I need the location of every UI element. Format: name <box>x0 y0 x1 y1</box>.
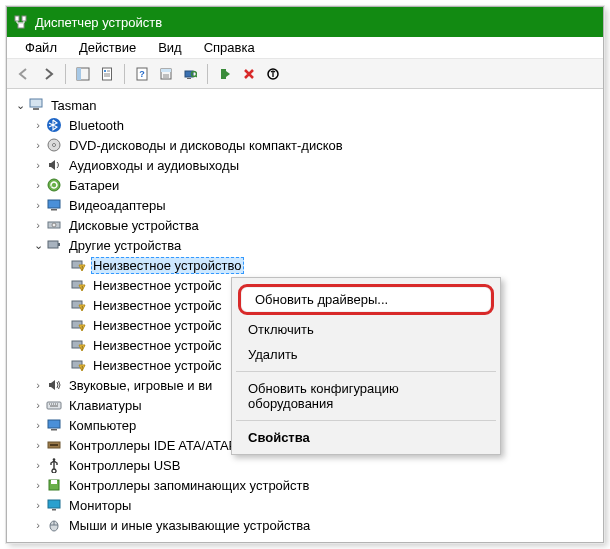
tree-category-label: Другие устройства <box>67 237 183 254</box>
tree-category-label: Мониторы <box>67 497 133 514</box>
battery-icon <box>45 177 63 193</box>
tree-item-label: Неизвестное устройс <box>91 317 224 334</box>
tree-category[interactable]: ⌄ Другие устройства <box>9 235 601 255</box>
tree-category-label: Мыши и иные указывающие устройства <box>67 517 312 534</box>
tree-category-label: Компьютер <box>67 417 138 434</box>
update-driver-button[interactable] <box>214 63 236 85</box>
svg-rect-23 <box>51 209 57 211</box>
mouse-icon <box>45 517 63 533</box>
svg-rect-50 <box>50 444 58 446</box>
ctx-disable[interactable]: Отключить <box>234 317 498 342</box>
unknown-device-icon: ! <box>69 357 87 373</box>
toolbar-divider <box>65 64 66 84</box>
chevron-down-icon[interactable]: ⌄ <box>31 238 45 252</box>
tree-category[interactable]: › Аудиовходы и аудиовыходы <box>9 155 601 175</box>
computer-icon <box>27 97 45 113</box>
chevron-right-icon[interactable]: › <box>31 158 45 172</box>
tree-category[interactable]: › Дисковые устройства <box>9 215 601 235</box>
menubar: Файл Действие Вид Справка <box>7 37 603 59</box>
tree-category-label: Видеоадаптеры <box>67 197 168 214</box>
unknown-device-icon: ! <box>69 317 87 333</box>
tree-category-label: Звуковые, игровые и ви <box>67 377 214 394</box>
monitor-icon <box>45 497 63 513</box>
app-icon <box>13 14 29 30</box>
svg-rect-1 <box>22 16 26 21</box>
ctx-separator <box>236 371 496 372</box>
svg-rect-6 <box>104 70 106 72</box>
tree-category[interactable]: › Мыши и иные указывающие устройства <box>9 515 601 535</box>
svg-rect-14 <box>221 69 226 79</box>
tree-category-label: Bluetooth <box>67 117 126 134</box>
chevron-right-icon[interactable]: › <box>31 398 45 412</box>
svg-rect-10 <box>161 69 171 72</box>
svg-rect-4 <box>77 68 81 80</box>
chevron-right-icon[interactable]: › <box>31 138 45 152</box>
tree-category[interactable]: › Батареи <box>9 175 601 195</box>
chevron-right-icon[interactable]: › <box>31 518 45 532</box>
keyboard-icon <box>45 397 63 413</box>
properties-button[interactable] <box>155 63 177 85</box>
uninstall-button[interactable] <box>238 63 260 85</box>
tree-root[interactable]: ⌄ Tasman <box>9 95 601 115</box>
unknown-device-icon: ! <box>69 337 87 353</box>
tree-category[interactable]: › Видеоадаптеры <box>9 195 601 215</box>
help-button[interactable]: ? <box>131 63 153 85</box>
storage-icon <box>45 477 63 493</box>
ctx-update-drivers[interactable]: Обновить драйверы... <box>238 284 494 315</box>
menu-file[interactable]: Файл <box>15 38 67 57</box>
chevron-right-icon[interactable]: › <box>31 198 45 212</box>
tree-category[interactable]: › Мониторы <box>9 495 601 515</box>
chevron-right-icon[interactable]: › <box>31 478 45 492</box>
chevron-right-icon[interactable]: › <box>31 178 45 192</box>
tree-category[interactable]: › Контроллеры запоминающих устройств <box>9 475 601 495</box>
tree-category-label: Батареи <box>67 177 121 194</box>
svg-rect-22 <box>48 200 60 208</box>
svg-point-25 <box>52 223 56 227</box>
ctx-remove[interactable]: Удалить <box>234 342 498 367</box>
tree-category-label: Дисковые устройства <box>67 217 201 234</box>
svg-rect-54 <box>48 500 60 508</box>
unknown-device-icon: ! <box>69 277 87 293</box>
tree-item-unknown-device[interactable]: › ! Неизвестное устройство <box>9 255 601 275</box>
tree-category[interactable]: › Контроллеры USB <box>9 455 601 475</box>
unknown-device-icon: ! <box>69 257 87 273</box>
tree-category[interactable]: › Bluetooth <box>9 115 601 135</box>
audio-icon <box>45 157 63 173</box>
svg-rect-12 <box>187 78 191 79</box>
computer-icon <box>45 417 63 433</box>
svg-point-20 <box>53 144 56 147</box>
tree-category-label: Клавиатуры <box>67 397 144 414</box>
chevron-right-icon[interactable]: › <box>31 418 45 432</box>
chevron-down-icon[interactable]: ⌄ <box>13 98 27 112</box>
chevron-right-icon[interactable]: › <box>31 218 45 232</box>
tree-root-label: Tasman <box>49 97 99 114</box>
chevron-right-icon[interactable]: › <box>31 118 45 132</box>
back-button[interactable] <box>13 63 35 85</box>
menu-help[interactable]: Справка <box>194 38 265 57</box>
chevron-right-icon[interactable]: › <box>31 458 45 472</box>
bluetooth-icon <box>45 117 63 133</box>
context-menu: Обновить драйверы... Отключить Удалить О… <box>231 277 501 455</box>
forward-button[interactable] <box>37 63 59 85</box>
tree-category-label: Контроллеры USB <box>67 457 182 474</box>
titlebar: Диспетчер устройств <box>7 7 603 37</box>
chevron-right-icon[interactable]: › <box>31 378 45 392</box>
unknown-device-icon: ! <box>69 297 87 313</box>
properties-button-2[interactable] <box>96 63 118 85</box>
scan-hardware-button[interactable] <box>179 63 201 85</box>
tree-item-label: Неизвестное устройс <box>91 337 224 354</box>
menu-action[interactable]: Действие <box>69 38 146 57</box>
window-title: Диспетчер устройств <box>35 15 162 30</box>
disable-button[interactable] <box>262 63 284 85</box>
device-manager-window: Диспетчер устройств Файл Действие Вид Сп… <box>6 6 604 543</box>
show-hide-button[interactable] <box>72 63 94 85</box>
toolbar: ? <box>7 59 603 89</box>
menu-view[interactable]: Вид <box>148 38 192 57</box>
ctx-properties[interactable]: Свойства <box>234 425 498 450</box>
chevron-right-icon[interactable]: › <box>31 438 45 452</box>
svg-point-21 <box>48 179 60 191</box>
ctx-rescan[interactable]: Обновить конфигурацию оборудования <box>234 376 498 416</box>
chevron-right-icon[interactable]: › <box>31 498 45 512</box>
svg-rect-48 <box>51 429 57 431</box>
tree-category[interactable]: › DVD-дисководы и дисководы компакт-диск… <box>9 135 601 155</box>
